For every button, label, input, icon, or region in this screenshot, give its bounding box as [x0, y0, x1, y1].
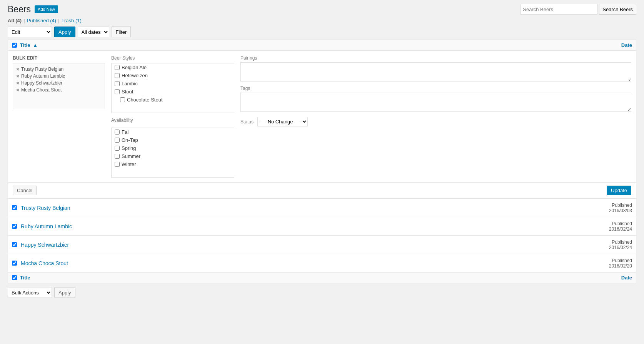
pairings-label: Pairings [240, 55, 631, 61]
item-meta-4: Published 2016/02/20 [609, 258, 632, 269]
availability-item: Summer [112, 152, 234, 160]
availability-label-item: Spring [122, 145, 136, 151]
beer-style-label: Hefeweizen [122, 73, 148, 78]
status-row: Status — No Change — Published Draft [240, 117, 631, 126]
belgian-ale-checkbox[interactable] [115, 65, 120, 70]
item-title-2[interactable]: Ruby Autumn Lambic [21, 223, 609, 229]
select-all-checkbox-bottom[interactable] [12, 275, 17, 280]
bulk-item-name: Ruby Autumn Lambic [21, 73, 65, 79]
item-checkbox-1[interactable] [12, 205, 17, 210]
stout-checkbox[interactable] [115, 89, 120, 94]
filter-tabs: All (4) | Published (4) | Trash (1) [8, 18, 636, 23]
bulk-item: ✖ Mocha Choca Stout [16, 86, 102, 93]
title-column-header[interactable]: Title ▲ [20, 42, 38, 48]
item-title-4[interactable]: Mocha Choca Stout [21, 260, 609, 266]
item-date-2: 2016/02/24 [609, 226, 632, 232]
item-status-1: Published [609, 203, 632, 208]
availability-label: Availability [111, 118, 234, 123]
list-item: Ruby Autumn Lambic Published 2016/02/24 [8, 217, 636, 236]
remove-item-icon[interactable]: ✖ [16, 67, 19, 71]
beer-style-item: Lambic [112, 80, 234, 88]
bulk-edit-items-list: ✖ Trusty Rusty Belgian ✖ Ruby Autumn Lam… [13, 63, 105, 109]
availability-item: Winter [112, 160, 234, 168]
beer-style-item: Stout [112, 88, 234, 96]
bottom-action-bar: Bulk Actions Edit Move to Trash Apply [8, 286, 636, 299]
availability-list: Fall On-Tap Spring Summer Winter [111, 128, 234, 178]
cancel-button[interactable]: Cancel [13, 186, 37, 195]
date-footer-header[interactable]: Date [621, 275, 632, 281]
title-footer-header[interactable]: Title [20, 275, 30, 281]
search-button[interactable]: Search Beers [599, 4, 636, 15]
availability-label-item: On-Tap [122, 137, 138, 143]
bulk-item-name: Mocha Choca Stout [21, 87, 62, 93]
search-input[interactable] [521, 4, 597, 15]
bottom-bulk-action-select[interactable]: Bulk Actions Edit Move to Trash [8, 287, 52, 298]
item-status-2: Published [609, 221, 632, 226]
beer-styles-list: Belgian Ale Hefeweizen Lambic Stout Choc… [111, 63, 234, 113]
remove-item-icon[interactable]: ✖ [16, 74, 19, 78]
availability-label-item: Fall [122, 129, 130, 135]
date-column-header[interactable]: Date [621, 42, 632, 48]
tab-published[interactable]: Published (4) [27, 18, 57, 23]
item-checkbox-3[interactable] [12, 242, 17, 247]
availability-item: Fall [112, 128, 234, 136]
bulk-edit-footer: Cancel Update [8, 183, 636, 199]
bulk-item: ✖ Happy Schwartzbier [16, 80, 102, 86]
remove-item-icon[interactable]: ✖ [16, 88, 19, 92]
list-item: Happy Schwartzbier Published 2016/02/24 [8, 236, 636, 254]
bulk-item-name: Trusty Rusty Belgian [21, 66, 63, 72]
status-select[interactable]: — No Change — Published Draft [257, 117, 308, 126]
fall-checkbox[interactable] [115, 130, 120, 135]
availability-item: Spring [112, 144, 234, 152]
availability-label-item: Winter [122, 161, 136, 167]
item-meta-2: Published 2016/02/24 [609, 221, 632, 232]
lambic-checkbox[interactable] [115, 81, 120, 86]
add-new-button[interactable]: Add New [35, 5, 58, 13]
bulk-action-select[interactable]: Edit Move to Trash [8, 27, 52, 37]
list-item: Trusty Rusty Belgian Published 2016/03/0… [8, 199, 636, 217]
bulk-item: ✖ Trusty Rusty Belgian [16, 66, 102, 73]
spring-checkbox[interactable] [115, 146, 120, 151]
tab-trash[interactable]: Trash (1) [62, 18, 82, 23]
beer-style-item: Belgian Ale [112, 63, 234, 71]
filter-button[interactable]: Filter [112, 27, 131, 37]
summer-checkbox[interactable] [115, 154, 120, 159]
item-date-3: 2016/02/24 [609, 245, 632, 250]
item-title-3[interactable]: Happy Schwartzbier [21, 242, 609, 248]
beer-style-item: Chocolate Stout [112, 96, 234, 104]
hefeweizen-checkbox[interactable] [115, 73, 120, 78]
pairings-input[interactable] [240, 62, 631, 81]
beer-style-label: Belgian Ale [122, 65, 147, 70]
tab-all[interactable]: All (4) [8, 18, 22, 23]
chocolate-stout-checkbox[interactable] [120, 97, 125, 102]
winter-checkbox[interactable] [115, 162, 120, 167]
item-checkbox-2[interactable] [12, 224, 17, 229]
page-title: Beers [8, 4, 31, 15]
bulk-edit-center: Beer Styles Belgian Ale Hefeweizen Lambi… [111, 55, 234, 178]
list-item: Mocha Choca Stout Published 2016/02/20 [8, 254, 636, 273]
beer-style-label: Stout [122, 89, 133, 95]
bulk-item-name: Happy Schwartzbier [21, 80, 62, 86]
item-status-3: Published [609, 239, 632, 245]
item-meta-1: Published 2016/03/03 [609, 203, 632, 213]
apply-button-top[interactable]: Apply [54, 27, 75, 37]
update-button[interactable]: Update [607, 186, 631, 195]
date-filter-select[interactable]: All dates 2016/03 2016/02 [78, 27, 109, 37]
table-footer: Title Date [8, 273, 636, 283]
bulk-edit-right: Pairings Tags Status — No Change — Publi… [240, 55, 631, 178]
item-checkbox-4[interactable] [12, 261, 17, 266]
item-title-1[interactable]: Trusty Rusty Belgian [21, 205, 609, 211]
availability-item: On-Tap [112, 136, 234, 144]
tags-input[interactable] [240, 93, 631, 112]
item-date-1: 2016/03/03 [609, 208, 632, 213]
select-all-checkbox[interactable] [12, 43, 17, 48]
remove-item-icon[interactable]: ✖ [16, 81, 19, 85]
bulk-edit-left: BULK EDIT ✖ Trusty Rusty Belgian ✖ Ruby … [13, 55, 105, 178]
item-date-4: 2016/02/20 [609, 263, 632, 269]
beer-style-label: Lambic [122, 81, 138, 86]
bulk-item: ✖ Ruby Autumn Lambic [16, 73, 102, 80]
item-status-4: Published [609, 258, 632, 263]
on-tap-checkbox[interactable] [115, 138, 120, 143]
apply-button-bottom[interactable]: Apply [54, 287, 75, 298]
bulk-edit-panel: BULK EDIT ✖ Trusty Rusty Belgian ✖ Ruby … [8, 50, 636, 183]
